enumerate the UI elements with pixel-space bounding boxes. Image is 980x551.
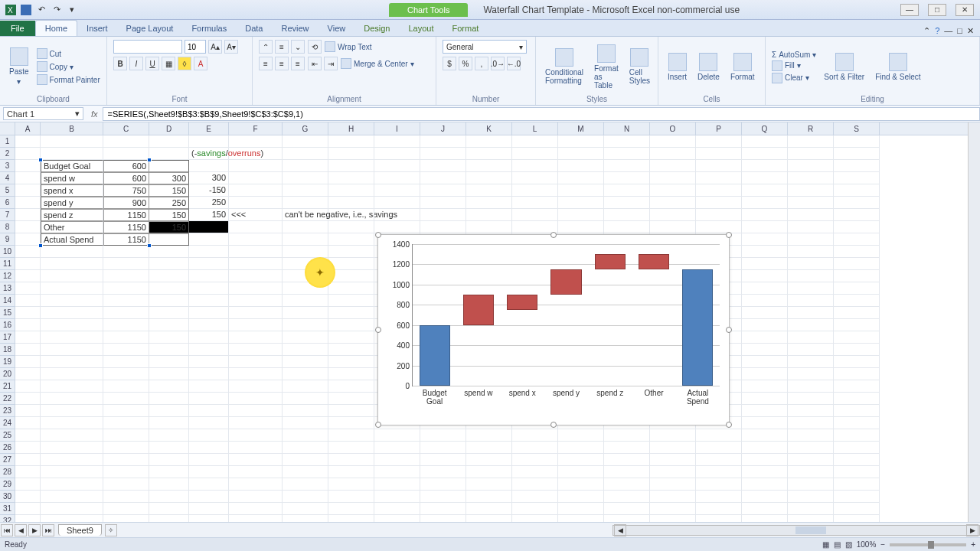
chart-resize-handle[interactable] — [375, 327, 381, 333]
cell[interactable] — [512, 454, 558, 466]
cell[interactable] — [229, 172, 283, 184]
cell-styles-button[interactable]: Cell Styles — [626, 47, 653, 86]
cell[interactable] — [696, 209, 742, 221]
chart-bar-delta[interactable] — [639, 254, 669, 269]
cell[interactable] — [149, 454, 189, 466]
cell[interactable]: Other — [41, 221, 103, 233]
chart-resize-handle[interactable] — [726, 232, 732, 238]
cell[interactable] — [15, 295, 41, 307]
sheet-nav-last[interactable]: ⏭ — [42, 524, 54, 536]
cell[interactable] — [742, 442, 788, 454]
cell[interactable] — [15, 393, 41, 405]
new-sheet-button[interactable]: ✧ — [105, 524, 117, 536]
cell[interactable] — [189, 442, 229, 454]
cell[interactable] — [229, 184, 283, 197]
cell[interactable] — [229, 148, 283, 160]
cell[interactable] — [283, 331, 328, 344]
cell[interactable] — [15, 135, 41, 148]
conditional-formatting-button[interactable]: Conditional Formatting — [542, 47, 586, 86]
cell[interactable] — [512, 466, 558, 478]
cell[interactable] — [558, 184, 604, 197]
cell[interactable]: 900 — [103, 197, 149, 209]
cell[interactable] — [512, 209, 558, 221]
cell[interactable] — [788, 246, 834, 258]
cell[interactable] — [834, 209, 880, 221]
cell[interactable] — [328, 454, 374, 466]
cell[interactable] — [41, 417, 103, 429]
cell[interactable] — [189, 405, 229, 417]
cell[interactable] — [420, 135, 466, 148]
cell[interactable] — [189, 380, 229, 393]
cell[interactable] — [41, 344, 103, 356]
cell[interactable] — [558, 209, 604, 221]
cell[interactable] — [283, 503, 328, 515]
cell[interactable] — [466, 466, 512, 478]
cell[interactable] — [650, 442, 696, 454]
cell[interactable] — [103, 417, 149, 429]
format-painter-button[interactable]: Format Painter — [37, 74, 100, 85]
cell[interactable]: 250 — [189, 197, 229, 209]
cell[interactable] — [41, 491, 103, 503]
cell[interactable] — [15, 172, 41, 184]
cell[interactable] — [466, 478, 512, 491]
underline-button[interactable]: U — [145, 57, 159, 70]
cell[interactable] — [604, 148, 650, 160]
view-pagebreak-icon[interactable]: ▧ — [845, 540, 852, 549]
cell[interactable] — [466, 160, 512, 172]
cell[interactable] — [374, 184, 420, 197]
maximize-button[interactable]: □ — [928, 4, 946, 16]
cell[interactable] — [604, 442, 650, 454]
cell[interactable] — [466, 429, 512, 442]
cell[interactable] — [189, 331, 229, 344]
cell[interactable] — [149, 417, 189, 429]
cell[interactable] — [283, 148, 328, 160]
cell[interactable] — [788, 172, 834, 184]
cell[interactable] — [466, 135, 512, 148]
cell[interactable] — [742, 417, 788, 429]
cell[interactable] — [15, 466, 41, 478]
cell[interactable] — [149, 405, 189, 417]
cell[interactable] — [283, 246, 328, 258]
cell[interactable] — [149, 233, 189, 246]
cell[interactable] — [512, 491, 558, 503]
cell[interactable] — [328, 331, 374, 344]
cell[interactable] — [149, 331, 189, 344]
cell[interactable] — [834, 233, 880, 246]
cell[interactable] — [558, 478, 604, 491]
sheet-nav-next[interactable]: ▶ — [28, 524, 41, 536]
cell[interactable] — [420, 197, 466, 209]
column-header[interactable]: H — [328, 122, 374, 135]
cell[interactable] — [328, 197, 374, 209]
row-header[interactable]: 10 — [0, 246, 15, 258]
cell[interactable] — [834, 429, 880, 442]
cell[interactable] — [283, 307, 328, 319]
cell[interactable] — [788, 295, 834, 307]
cell[interactable] — [328, 246, 374, 258]
clear-button[interactable]: Clear▾ — [772, 73, 816, 83]
workbook-close-icon[interactable]: ✕ — [967, 26, 974, 36]
cell[interactable] — [696, 503, 742, 515]
cell[interactable] — [788, 135, 834, 148]
cell[interactable] — [420, 454, 466, 466]
cell[interactable] — [189, 356, 229, 368]
row-header[interactable]: 22 — [0, 393, 15, 405]
cell[interactable] — [604, 160, 650, 172]
qat-dropdown-icon[interactable]: ▾ — [66, 4, 78, 16]
row-header[interactable]: 26 — [0, 442, 15, 454]
cell[interactable] — [15, 209, 41, 221]
cell[interactable] — [229, 270, 283, 282]
cell[interactable] — [328, 368, 374, 380]
cell[interactable] — [149, 295, 189, 307]
cell[interactable] — [283, 454, 328, 466]
cell[interactable] — [650, 209, 696, 221]
cell[interactable] — [328, 478, 374, 491]
cell[interactable] — [41, 466, 103, 478]
cell[interactable] — [512, 184, 558, 197]
cell[interactable] — [742, 331, 788, 344]
cell[interactable] — [149, 442, 189, 454]
cell[interactable] — [742, 503, 788, 515]
row-header[interactable]: 25 — [0, 429, 15, 442]
cell[interactable] — [189, 319, 229, 331]
cell[interactable] — [149, 503, 189, 515]
cell[interactable] — [149, 148, 189, 160]
